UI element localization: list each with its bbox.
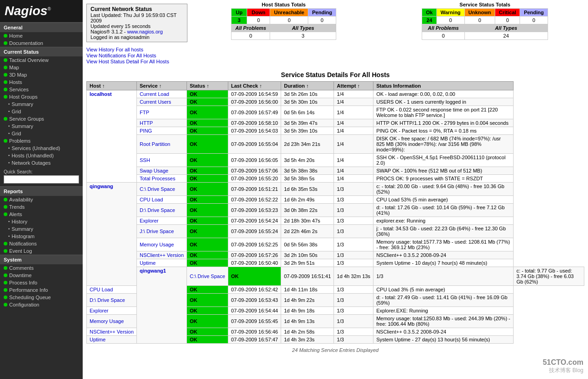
sidebar-item-3d-map[interactable]: 3D Map	[0, 71, 83, 78]
sidebar-item-documentation[interactable]: Documentation	[0, 39, 83, 47]
host-link[interactable]: localhost	[90, 91, 112, 97]
service-link[interactable]: J:\ Drive Space	[140, 229, 174, 234]
td-unreachable-val[interactable]: 0	[270, 17, 308, 24]
service-link[interactable]: CPU Load	[90, 287, 113, 292]
service-link[interactable]: PING	[140, 128, 152, 134]
service-link[interactable]: C:\ Drive Space	[190, 273, 225, 279]
service-link[interactable]: Swap Usage	[140, 168, 168, 173]
sidebar-item-label: Availability	[9, 197, 33, 202]
td-all-types-val[interactable]: 3	[270, 32, 336, 40]
service-link[interactable]: FTP	[140, 110, 149, 115]
th-up[interactable]: Up	[232, 9, 247, 17]
service-link[interactable]: NSClient++ Version	[140, 252, 184, 258]
service-link[interactable]: Current Load	[140, 91, 169, 97]
th-svc-all-problems[interactable]: All Problems	[422, 24, 464, 32]
host-link[interactable]: qingwang	[90, 184, 113, 189]
link-view-notifications[interactable]: View Notifications For All Hosts	[86, 53, 584, 58]
col-header-status-information[interactable]: Status Information	[373, 82, 514, 90]
td-critical-val[interactable]: 0	[495, 17, 520, 24]
sidebar-item-performance-info[interactable]: Performance Info	[0, 286, 83, 294]
sidebar-item-prob-network[interactable]: • Network Outages	[0, 159, 83, 167]
td-all-problems-val[interactable]: 0	[232, 32, 270, 40]
service-link[interactable]: D:\ Drive Space	[90, 297, 125, 303]
sidebar-item-host-groups[interactable]: Host Groups	[0, 93, 83, 100]
service-link[interactable]: Memory Usage	[90, 318, 124, 324]
search-input[interactable]	[4, 175, 79, 184]
col-header-last-check[interactable]: Last Check ↑	[228, 82, 281, 90]
sidebar-item-trends[interactable]: Trends	[0, 203, 83, 211]
sidebar-item-alerts[interactable]: Alerts	[0, 211, 83, 218]
sidebar-item-configuration[interactable]: Configuration	[0, 301, 83, 308]
td-unknown-val[interactable]: 0	[464, 17, 495, 24]
host-link[interactable]: qingwang1	[140, 268, 166, 273]
sidebar-item-services[interactable]: Services	[0, 86, 83, 93]
th-ok[interactable]: Ok	[422, 9, 437, 17]
sidebar-item-alerts-histogram[interactable]: • Histogram	[0, 233, 83, 240]
version-link[interactable]: www.nagios.org	[127, 29, 163, 34]
th-unreachable[interactable]: Unreachable	[270, 9, 308, 17]
link-view-host-status[interactable]: View Host Status Detail For All Hosts	[86, 59, 584, 64]
sidebar-item-hg-summary[interactable]: • Summary	[0, 100, 83, 108]
sidebar-item-hg-grid[interactable]: • Grid	[0, 108, 83, 115]
service-link[interactable]: Explorer	[90, 308, 108, 313]
sidebar-item-prob-services[interactable]: • Services (Unhandled)	[0, 145, 83, 152]
service-link[interactable]: NSClient++ Version	[90, 329, 134, 334]
sidebar-item-alerts-summary[interactable]: • Summary	[0, 225, 83, 233]
td-down-val[interactable]: 0	[247, 17, 270, 24]
td-ok-val[interactable]: 24	[422, 17, 437, 24]
service-link[interactable]: Root Partition	[140, 141, 170, 147]
sidebar-item-sg-summary[interactable]: • Summary	[0, 123, 83, 130]
sidebar-item-problems[interactable]: Problems	[0, 137, 83, 145]
td-svc-all-problems-val[interactable]: 0	[422, 32, 464, 40]
service-link[interactable]: Uptime	[140, 260, 156, 266]
sidebar-item-notifications[interactable]: Notifications	[0, 240, 83, 247]
th-svc-all-types[interactable]: All Types	[464, 24, 548, 32]
sidebar-item-map[interactable]: Map	[0, 64, 83, 71]
col-header-attempt[interactable]: Attempt ↑	[334, 82, 373, 90]
td-warning-val[interactable]: 0	[436, 17, 464, 24]
service-link[interactable]: Uptime	[90, 337, 106, 342]
th-critical[interactable]: Critical	[495, 9, 520, 17]
sidebar-item-home[interactable]: Home	[0, 32, 83, 39]
td-pending-val[interactable]: 0	[308, 17, 336, 24]
th-all-types[interactable]: All Types	[270, 24, 336, 32]
service-link[interactable]: D:\ Drive Space	[140, 207, 175, 213]
col-header-status[interactable]: Status ↑	[187, 82, 228, 90]
service-link[interactable]: CPU Load	[140, 197, 163, 202]
link-view-history[interactable]: View History For all hosts	[86, 47, 584, 52]
sidebar-item-comments[interactable]: Comments	[0, 264, 83, 272]
td-up-val[interactable]: 3	[232, 17, 247, 24]
service-link[interactable]: Total Processes	[140, 176, 175, 181]
service-link[interactable]: C:\ Drive Space	[140, 186, 175, 192]
duration-cell: 2d 23h 34m 21s	[281, 135, 334, 154]
service-link[interactable]: Memory Usage	[140, 242, 174, 247]
col-header-service[interactable]: Service ↑	[137, 82, 187, 90]
service-link[interactable]: HTTP	[140, 120, 153, 126]
td-svc-pending-val[interactable]: 0	[520, 17, 548, 24]
sidebar-item-alerts-history[interactable]: • History	[0, 218, 83, 225]
sidebar-item-downtime[interactable]: Downtime	[0, 272, 83, 279]
sidebar-item-hosts[interactable]: Hosts	[0, 78, 83, 86]
sidebar-item-event-log[interactable]: Event Log	[0, 247, 83, 255]
service-link[interactable]: Current Users	[140, 99, 171, 105]
th-pending[interactable]: Pending	[308, 9, 336, 17]
service-link[interactable]: SSH	[140, 157, 150, 163]
th-down[interactable]: Down	[247, 9, 270, 17]
sidebar-item-process-info[interactable]: Process Info	[0, 279, 83, 286]
sidebar-item-availability[interactable]: Availability	[0, 196, 83, 203]
service-link[interactable]: Explorer	[140, 218, 158, 223]
th-warning[interactable]: Warning	[436, 9, 464, 17]
th-pending2[interactable]: Pending	[520, 9, 548, 17]
sidebar-item-service-groups[interactable]: Service Groups	[0, 115, 83, 123]
col-header-duration[interactable]: Duration ↑	[281, 82, 334, 90]
th-unknown[interactable]: Unknown	[464, 9, 495, 17]
sidebar-item-sg-grid[interactable]: • Grid	[0, 130, 83, 137]
sidebar-item-tactical-overview[interactable]: Tactical Overview	[0, 56, 83, 64]
info-cell: CPU Load 53% (5 min average)	[373, 196, 514, 204]
th-all-problems[interactable]: All Problems	[232, 24, 270, 32]
sidebar-item-prob-hosts[interactable]: • Hosts (Unhandled)	[0, 152, 83, 159]
td-svc-all-types-val[interactable]: 24	[464, 32, 548, 40]
col-header-host[interactable]: Host ↑	[87, 82, 137, 90]
info-cell: d: - total: 27.49 Gb - used: 11.41 Gb (4…	[373, 294, 514, 307]
sidebar-item-scheduling-queue[interactable]: Scheduling Queue	[0, 294, 83, 301]
